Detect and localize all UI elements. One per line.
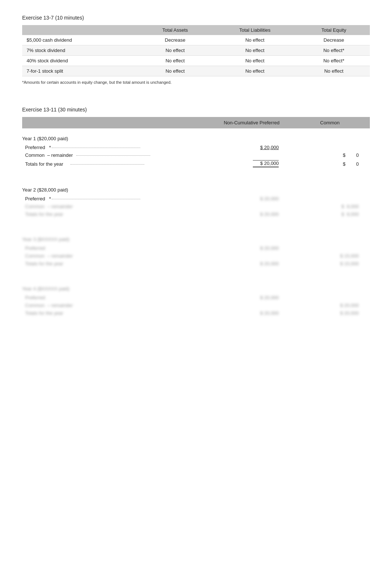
year4-totals-label: Totals for the year [22,309,213,317]
exercise-13-11-section: Exercise 13-11 (30 minutes) Non-Cumulati… [22,107,370,317]
row-total-liabilities: No effect [212,45,298,56]
year4-preferred-common [290,294,370,301]
row-total-equity: No effect* [298,56,370,66]
row-label: 7% stock dividend [22,45,138,56]
year4-totals-pref: $ 20,000 [213,309,290,317]
year1-preferred-common-value [290,144,370,151]
table-row: $5,000 cash dividend Decrease No effect … [22,35,370,45]
year2-section: Year 2 ($28,000 paid) Preferred * $ 20,0… [22,187,370,218]
year3-totals-label: Totals for the year [22,260,213,268]
year2-totals-common: $ 8,000 [290,210,370,218]
year1-common-row: Common – remainder $ 0 [22,151,370,159]
year1-totals-pref: $ 20,000 [213,159,290,169]
row-total-assets: No effect [138,56,212,66]
year4-title: Year 4 ($XXXXX paid) [22,286,370,292]
year3-table: Preferred $ 20,000 Common – remainder $ … [22,244,370,268]
col-header-total-assets: Total Assets [138,25,212,35]
year3-preferred-label: Preferred [22,244,213,252]
col-header-label [22,117,213,128]
row-total-liabilities: No effect [212,66,298,76]
year2-totals-pref: $ 20,000 [213,210,290,218]
year3-totals-pref: $ 20,000 [213,260,290,268]
year3-common-label: Common – remainder [22,252,213,260]
year4-common-row: Common – remainder $ 20,000 [22,301,370,309]
year1-totals-common: $ 0 [290,159,370,169]
col-header-total-equity: Total Equity [298,25,370,35]
year3-common-pref [213,252,290,260]
year4-section: Year 4 ($XXXXX paid) Preferred $ 20,000 … [22,286,370,317]
exercise-13-11-title: Exercise 13-11 (30 minutes) [22,107,370,113]
year2-preferred-common [290,195,370,203]
row-total-liabilities: No effect [212,56,298,66]
row-label: $5,000 cash dividend [22,35,138,45]
year4-preferred-value: $ 20,000 [213,294,290,301]
year1-preferred-label: Preferred * [22,144,213,151]
year3-preferred-row: Preferred $ 20,000 [22,244,370,252]
row-total-equity: No effect [298,66,370,76]
year2-preferred-label: Preferred * [22,195,213,203]
year3-totals-common: $ 15,000 [290,260,370,268]
year3-title: Year 3 ($XXXXX paid) [22,237,370,242]
year2-common-label: Common – remainder [22,203,213,210]
col-header-common: Common [290,117,370,128]
row-total-liabilities: No effect [212,35,298,45]
year2-common-value: $ 8,000 [290,203,370,210]
year1-title: Year 1 ($20,000 paid) [22,136,370,141]
exercise-13-7-section: Exercise 13-7 (10 minutes) Total Assets … [22,15,370,84]
col-header-label [22,25,138,35]
year1-table: Preferred * $ 20,000 Common – remainder … [22,144,370,169]
exercise-13-7-title: Exercise 13-7 (10 minutes) [22,15,370,21]
year4-totals-row: Totals for the year $ 20,000 $ 20,000 [22,309,370,317]
year2-totals-label: Totals for the year [22,210,213,218]
year1-preferred-row: Preferred * $ 20,000 [22,144,370,151]
year1-preferred-value: $ 20,000 [213,144,290,151]
year1-common-dollar: $ 0 [290,151,370,159]
year2-totals-row: Totals for the year $ 20,000 $ 8,000 [22,210,370,218]
col-header-preferred: Non-Cumulative Preferred [213,117,290,128]
row-label: 40% stock dividend [22,56,138,66]
year2-common-pref [213,203,290,210]
year1-common-pref-value [213,151,290,159]
year3-section: Year 3 ($XXXXX paid) Preferred $ 20,000 … [22,237,370,268]
year3-totals-row: Totals for the year $ 20,000 $ 15,000 [22,260,370,268]
year1-totals-label: Totals for the year [22,159,213,169]
row-total-assets: No effect [138,45,212,56]
year4-common-label: Common – remainder [22,301,213,309]
year4-preferred-row: Preferred $ 20,000 [22,294,370,301]
table-row: 7% stock dividend No effect No effect No… [22,45,370,56]
row-label: 7-for-1 stock split [22,66,138,76]
year4-common-pref [213,301,290,309]
year3-common-row: Common – remainder $ 15,000 [22,252,370,260]
row-total-assets: No effect [138,66,212,76]
year1-totals-row: Totals for the year $ 20,000 $ 0 [22,159,370,169]
year1-section: Year 1 ($20,000 paid) Preferred * $ 20,0… [22,136,370,169]
year2-common-row: Common – remainder $ 8,000 [22,203,370,210]
year4-common-value: $ 20,000 [290,301,370,309]
year2-preferred-row: Preferred * $ 20,000 [22,195,370,203]
exercise-13-7-table: Total Assets Total Liabilities Total Equ… [22,25,370,76]
year4-table: Preferred $ 20,000 Common – remainder $ … [22,294,370,317]
table-row: 40% stock dividend No effect No effect N… [22,56,370,66]
col-header-total-liabilities: Total Liabilities [212,25,298,35]
year4-totals-common: $ 20,000 [290,309,370,317]
row-total-assets: Decrease [138,35,212,45]
year2-table: Preferred * $ 20,000 Common – remainder … [22,195,370,218]
table-row: 7-for-1 stock split No effect No effect … [22,66,370,76]
year1-common-label: Common – remainder [22,151,213,159]
row-total-equity: Decrease [298,35,370,45]
footnote-13-7: *Amounts for certain accounts in equity … [22,80,370,84]
year2-title: Year 2 ($28,000 paid) [22,187,370,193]
exercise-13-11-header-table: Non-Cumulative Preferred Common [22,117,370,128]
year2-preferred-value: $ 20,000 [213,195,290,203]
year3-preferred-value: $ 20,000 [213,244,290,252]
year3-common-value: $ 15,000 [290,252,370,260]
year4-preferred-label: Preferred [22,294,213,301]
row-total-equity: No effect* [298,45,370,56]
year3-preferred-common [290,244,370,252]
